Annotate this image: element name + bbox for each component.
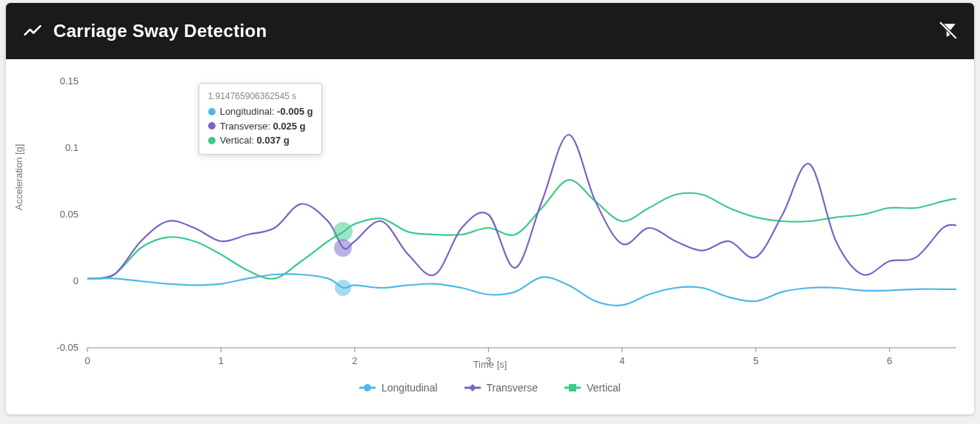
legend-label-transverse: Transverse <box>487 382 539 394</box>
svg-text:0.05: 0.05 <box>60 209 79 220</box>
svg-text:-0.05: -0.05 <box>56 342 79 353</box>
legend-item-longitudinal[interactable]: Longitudinal <box>359 382 438 394</box>
chart-card: Carriage Sway Detection Acceleration [g]… <box>6 3 974 414</box>
y-axis-label: Acceleration [g] <box>13 144 24 211</box>
tooltip-dot-longitudinal <box>208 108 216 115</box>
legend-label-longitudinal: Longitudinal <box>381 382 438 394</box>
svg-text:0.15: 0.15 <box>60 75 79 87</box>
line-chart-icon <box>22 20 43 43</box>
legend-item-transverse[interactable]: Transverse <box>464 382 539 394</box>
tooltip-value-transverse: 0.025 g <box>273 121 305 132</box>
chart-tooltip: 1.914765906362545 s Longitudinal: -0.005… <box>199 83 323 155</box>
x-axis-label: Time [s] <box>6 359 974 370</box>
tooltip-label-longitudinal: Longitudinal <box>220 106 272 117</box>
svg-point-23 <box>364 384 371 391</box>
svg-text:0.1: 0.1 <box>65 142 79 153</box>
tooltip-time: 1.914765906362545 s <box>208 90 313 103</box>
chart-area[interactable]: Acceleration [g] 0123456 -0.0500.050.10.… <box>6 59 974 414</box>
card-header: Carriage Sway Detection <box>6 3 974 59</box>
tooltip-label-transverse: Transverse <box>220 121 268 132</box>
tooltip-dot-transverse <box>208 122 216 129</box>
svg-marker-25 <box>469 384 476 391</box>
svg-text:0: 0 <box>73 275 79 286</box>
series-transverse <box>87 135 956 279</box>
tooltip-dot-vertical <box>208 137 216 144</box>
filter-off-icon[interactable] <box>939 21 958 42</box>
series-longitudinal <box>87 274 956 306</box>
series-vertical <box>87 180 956 279</box>
card-title: Carriage Sway Detection <box>53 21 267 41</box>
tooltip-label-vertical: Vertical <box>220 135 252 146</box>
tooltip-value-vertical: 0.037 g <box>257 135 290 146</box>
tooltip-value-longitudinal: -0.005 g <box>277 106 313 117</box>
legend-item-vertical[interactable]: Vertical <box>564 382 621 394</box>
svg-rect-27 <box>569 384 576 391</box>
plot-region[interactable]: 0123456 -0.0500.050.10.15 1.914765906362… <box>87 74 956 348</box>
chart-legend: Longitudinal Transverse Vertical <box>6 382 974 394</box>
legend-label-vertical: Vertical <box>587 382 621 394</box>
